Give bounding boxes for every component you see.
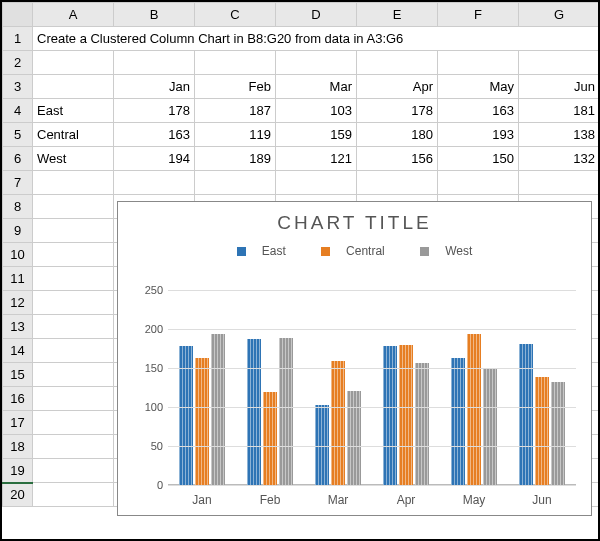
chart-bar xyxy=(211,334,225,485)
chart-x-tick: Mar xyxy=(304,493,372,507)
chart-gridline xyxy=(168,368,576,369)
col-header-G[interactable]: G xyxy=(519,3,600,27)
chart-y-tick: 0 xyxy=(133,479,163,491)
row-header-3[interactable]: 3 xyxy=(3,75,33,99)
chart-bar xyxy=(331,361,345,485)
col-header-A[interactable]: A xyxy=(33,3,114,27)
cell-E5[interactable]: 180 xyxy=(357,123,438,147)
chart-gridline xyxy=(168,329,576,330)
chart-bar xyxy=(519,344,533,485)
chart-x-axis: JanFebMarAprMayJun xyxy=(168,493,576,507)
row-header-2[interactable]: 2 xyxy=(3,51,33,75)
cell-F3[interactable]: May xyxy=(438,75,519,99)
chart-bar xyxy=(315,405,329,485)
cell-G4[interactable]: 181 xyxy=(519,99,600,123)
cell-B5[interactable]: 163 xyxy=(114,123,195,147)
cell-D5[interactable]: 159 xyxy=(276,123,357,147)
clustered-column-chart[interactable]: CHART TITLE East Central West 0501001502… xyxy=(117,201,592,516)
row-header-18[interactable]: 18 xyxy=(3,435,33,459)
row-header-15[interactable]: 15 xyxy=(3,363,33,387)
cell-B3[interactable]: Jan xyxy=(114,75,195,99)
row-header-5[interactable]: 5 xyxy=(3,123,33,147)
chart-bar xyxy=(195,358,209,485)
col-header-B[interactable]: B xyxy=(114,3,195,27)
chart-x-tick: Feb xyxy=(236,493,304,507)
cell-C5[interactable]: 119 xyxy=(195,123,276,147)
chart-gridline xyxy=(168,407,576,408)
cell-G3[interactable]: Jun xyxy=(519,75,600,99)
chart-y-tick: 200 xyxy=(133,323,163,335)
chart-bar xyxy=(247,339,261,485)
row-header-16[interactable]: 16 xyxy=(3,387,33,411)
row-header-9[interactable]: 9 xyxy=(3,219,33,243)
chart-bar xyxy=(399,345,413,485)
chart-bar xyxy=(483,368,497,485)
row-header-13[interactable]: 13 xyxy=(3,315,33,339)
legend-swatch-central xyxy=(321,247,330,256)
chart-x-tick: Jun xyxy=(508,493,576,507)
col-header-C[interactable]: C xyxy=(195,3,276,27)
cell-D6[interactable]: 121 xyxy=(276,147,357,171)
row-header-7[interactable]: 7 xyxy=(3,171,33,195)
chart-bar xyxy=(467,334,481,485)
cell-B6[interactable]: 194 xyxy=(114,147,195,171)
row-header-12[interactable]: 12 xyxy=(3,291,33,315)
row-header-4[interactable]: 4 xyxy=(3,99,33,123)
chart-x-tick: Jan xyxy=(168,493,236,507)
col-header-D[interactable]: D xyxy=(276,3,357,27)
row-header-19[interactable]: 19 xyxy=(3,459,33,483)
chart-bar xyxy=(179,346,193,485)
chart-bar-group xyxy=(236,290,304,485)
chart-bar-group xyxy=(304,290,372,485)
cell-E4[interactable]: 178 xyxy=(357,99,438,123)
cell-A6[interactable]: West xyxy=(33,147,114,171)
chart-x-tick: Apr xyxy=(372,493,440,507)
cell-F4[interactable]: 163 xyxy=(438,99,519,123)
chart-gridline xyxy=(168,485,576,486)
row-header-11[interactable]: 11 xyxy=(3,267,33,291)
row-header-6[interactable]: 6 xyxy=(3,147,33,171)
row-header-20[interactable]: 20 xyxy=(3,483,33,507)
col-header-E[interactable]: E xyxy=(357,3,438,27)
cell-D4[interactable]: 103 xyxy=(276,99,357,123)
legend-swatch-east xyxy=(237,247,246,256)
cell-F6[interactable]: 150 xyxy=(438,147,519,171)
chart-gridline xyxy=(168,446,576,447)
chart-bar xyxy=(383,346,397,485)
chart-bar-group xyxy=(508,290,576,485)
chart-bar xyxy=(347,391,361,485)
chart-bar xyxy=(415,363,429,485)
row-header-10[interactable]: 10 xyxy=(3,243,33,267)
legend-label-west: West xyxy=(445,244,472,258)
row-header-14[interactable]: 14 xyxy=(3,339,33,363)
row-header-1[interactable]: 1 xyxy=(3,27,33,51)
cell-A5[interactable]: Central xyxy=(33,123,114,147)
cell-A3[interactable] xyxy=(33,75,114,99)
chart-y-tick: 250 xyxy=(133,284,163,296)
cell-D3[interactable]: Mar xyxy=(276,75,357,99)
cell-F5[interactable]: 193 xyxy=(438,123,519,147)
cell-A4[interactable]: East xyxy=(33,99,114,123)
row-header-17[interactable]: 17 xyxy=(3,411,33,435)
cell-A1[interactable]: Create a Clustered Column Chart in B8:G2… xyxy=(33,27,600,51)
cell-G5[interactable]: 138 xyxy=(519,123,600,147)
chart-bar xyxy=(279,338,293,485)
cell-A19-active[interactable] xyxy=(33,459,114,483)
corner-cell[interactable] xyxy=(3,3,33,27)
cell-E6[interactable]: 156 xyxy=(357,147,438,171)
cell-C6[interactable]: 189 xyxy=(195,147,276,171)
cell-C3[interactable]: Feb xyxy=(195,75,276,99)
cell-B4[interactable]: 178 xyxy=(114,99,195,123)
cell-G6[interactable]: 132 xyxy=(519,147,600,171)
legend-label-central: Central xyxy=(346,244,385,258)
chart-bar-group xyxy=(440,290,508,485)
cell-C4[interactable]: 187 xyxy=(195,99,276,123)
cell-E3[interactable]: Apr xyxy=(357,75,438,99)
chart-bar xyxy=(451,358,465,485)
chart-bar-group xyxy=(372,290,440,485)
col-header-F[interactable]: F xyxy=(438,3,519,27)
cell-A2[interactable] xyxy=(33,51,114,75)
row-header-8[interactable]: 8 xyxy=(3,195,33,219)
chart-bar xyxy=(535,377,549,485)
chart-title: CHART TITLE xyxy=(118,212,591,234)
